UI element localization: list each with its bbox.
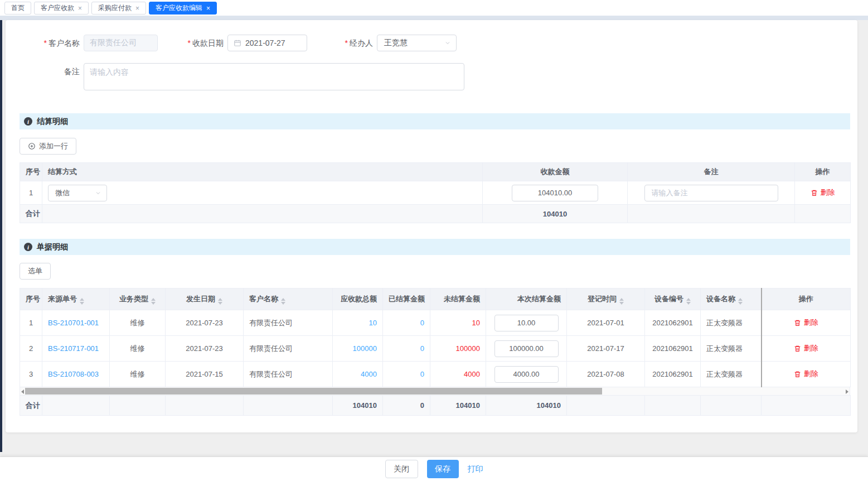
col-biz-type-sortable[interactable]: 业务类型: [110, 288, 166, 310]
delete-row-button[interactable]: 删除: [794, 318, 818, 328]
required-mark: *: [44, 39, 47, 47]
device-name: 正太变频器: [701, 362, 762, 387]
col-customer-sortable[interactable]: 客户名称: [244, 288, 333, 310]
delete-row-button[interactable]: 删除: [811, 187, 835, 198]
source-doc-link[interactable]: BS-210717-001: [48, 344, 99, 353]
horizontal-scrollbar[interactable]: [20, 387, 850, 395]
sort-icon[interactable]: [281, 298, 285, 305]
app-window: 首页 客户应收款 × 采购应付款 × 客户应收款编辑 × *客户名称 *收款日期: [0, 0, 868, 481]
customer-name-input[interactable]: [84, 35, 158, 51]
col-current: 本次结算金额: [486, 288, 567, 310]
source-doc-link[interactable]: BS-210708-003: [48, 370, 99, 378]
tab-purchase-payable[interactable]: 采购应付款 ×: [91, 2, 146, 15]
sort-icon[interactable]: [218, 298, 222, 305]
sort-icon[interactable]: [151, 298, 156, 305]
receivable-amount: 10: [333, 310, 383, 336]
row-remark-input[interactable]: [644, 185, 778, 201]
source-doc-link[interactable]: BS-210701-001: [48, 319, 99, 327]
doc-date: 2021-07-15: [166, 362, 244, 387]
current-settle-input[interactable]: [494, 340, 559, 357]
add-row-button[interactable]: 添加一行: [20, 138, 76, 155]
tab-label: 客户应收款: [41, 3, 74, 13]
row-index: 1: [20, 310, 42, 336]
customer-name: 有限责任公司: [244, 310, 333, 336]
documents-total-row: 合计 104010 0 104010 104010: [20, 396, 851, 416]
register-time: 2021-07-17: [567, 336, 645, 362]
row-index: 3: [20, 362, 42, 387]
total-settled: 0: [383, 396, 430, 416]
tab-customer-receivable[interactable]: 客户应收款 ×: [34, 2, 89, 15]
remark-field-group: 备注: [25, 63, 464, 90]
settlement-method-select[interactable]: 微信: [48, 185, 107, 201]
col-receivable: 应收款总额: [333, 288, 383, 310]
receipt-date-picker[interactable]: 2021-07-27: [227, 35, 307, 51]
agent-select[interactable]: 王竞慧: [377, 35, 457, 51]
col-settled: 已结算金额: [383, 288, 430, 310]
settled-amount: 0: [383, 336, 430, 362]
col-action: 操作: [762, 288, 851, 310]
row-index: 1: [20, 181, 42, 205]
sort-icon[interactable]: [619, 298, 624, 305]
current-settle-input[interactable]: [494, 366, 559, 383]
col-date-sortable[interactable]: 发生日期: [166, 288, 244, 310]
device-no: 2021062901: [645, 336, 701, 362]
trash-icon: [811, 189, 818, 196]
settlement-section-title: 结算明细: [37, 117, 68, 127]
col-amount: 收款金额: [483, 163, 628, 181]
doc-date: 2021-07-23: [166, 336, 244, 362]
plus-circle-icon: [28, 142, 36, 150]
receivable-amount: 4000: [333, 362, 383, 387]
print-button[interactable]: 打印: [468, 464, 483, 474]
col-reg-time-sortable[interactable]: 登记时间: [567, 288, 645, 310]
receipt-date-value: 2021-07-27: [245, 39, 285, 47]
sidebar-edge: [0, 20, 2, 452]
col-remark: 备注: [628, 163, 795, 181]
trash-icon: [794, 319, 801, 326]
method-selected-value: 微信: [55, 188, 70, 198]
delete-row-button[interactable]: 删除: [794, 343, 818, 353]
tab-close-icon[interactable]: ×: [135, 5, 139, 12]
customer-name: 有限责任公司: [244, 362, 333, 387]
tab-label: 客户应收款编辑: [156, 3, 202, 13]
close-button[interactable]: 关闭: [385, 460, 418, 478]
col-device-name-sortable[interactable]: 设备名称: [701, 288, 762, 310]
settlement-table: 序号 结算方式 收款金额 备注 操作 1 微信: [20, 162, 851, 223]
tab-close-icon[interactable]: ×: [78, 5, 82, 12]
total-unsettled: 104010: [430, 396, 486, 416]
settled-amount: 0: [383, 310, 430, 336]
scrollbar-thumb[interactable]: [25, 388, 602, 395]
register-time: 2021-07-08: [567, 362, 645, 387]
delete-row-button[interactable]: 删除: [794, 369, 818, 379]
tab-customer-receivable-edit[interactable]: 客户应收款编辑 ×: [149, 2, 217, 15]
current-settle-input[interactable]: [494, 315, 559, 331]
chevron-down-icon: [444, 40, 451, 46]
col-method: 结算方式: [42, 163, 483, 181]
action-bar: 关闭 保存 打印: [0, 456, 868, 481]
remark-textarea[interactable]: [84, 63, 464, 90]
col-source-sortable[interactable]: 来源单号: [42, 288, 110, 310]
device-no: 2021062901: [645, 362, 701, 387]
col-index: 序号: [20, 163, 42, 181]
biz-type: 维修: [110, 336, 166, 362]
settlement-header-row: 序号 结算方式 收款金额 备注 操作: [20, 163, 851, 181]
remark-label: 备注: [25, 63, 84, 80]
sort-icon[interactable]: [686, 298, 691, 305]
total-label: 合计: [20, 205, 42, 223]
sort-icon[interactable]: [738, 298, 743, 305]
tab-home[interactable]: 首页: [4, 2, 31, 15]
col-device-no-sortable[interactable]: 设备编号: [645, 288, 701, 310]
register-time: 2021-07-01: [567, 310, 645, 336]
tab-close-icon[interactable]: ×: [206, 5, 210, 12]
customer-name-label: *客户名称: [25, 35, 84, 51]
receipt-amount-input[interactable]: [512, 185, 598, 201]
device-name: 正太变频器: [701, 336, 762, 362]
select-documents-button[interactable]: 选单: [20, 263, 51, 280]
agent-field-group: *经办人 王竞慧: [307, 35, 457, 51]
trash-icon: [794, 371, 801, 378]
sort-icon[interactable]: [80, 298, 84, 305]
calendar-icon: [234, 39, 241, 47]
document-row: 1 BS-210701-001 维修 2021-07-23 有限责任公司 10 …: [20, 310, 851, 336]
scroll-right-arrow-icon[interactable]: [846, 389, 848, 394]
scroll-left-arrow-icon[interactable]: [21, 389, 24, 394]
save-button[interactable]: 保存: [427, 460, 459, 478]
